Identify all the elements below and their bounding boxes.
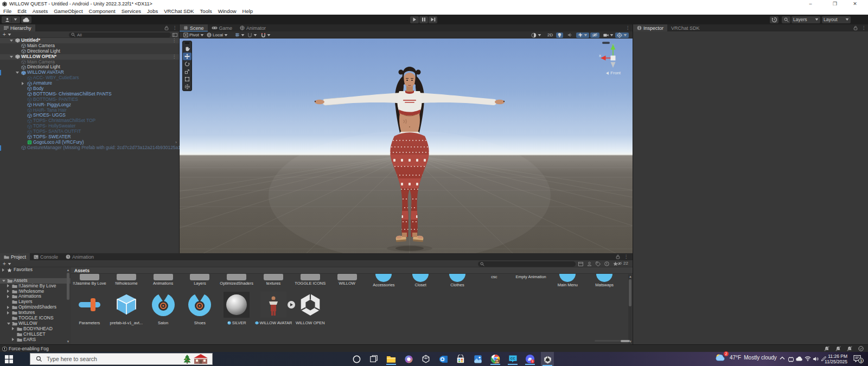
local-dropdown[interactable]: Local	[205, 33, 229, 38]
asset-item[interactable]: !!Jasmine By Love	[71, 274, 108, 288]
close-button[interactable]: ✕	[851, 1, 859, 7]
tree-arrow-icon[interactable]	[7, 306, 9, 309]
hierarchy-search-input[interactable]: All	[69, 33, 171, 38]
tree-arrow-icon[interactable]	[7, 284, 9, 287]
lighting-toggle[interactable]	[556, 33, 563, 38]
project-search-input[interactable]	[478, 261, 576, 267]
tab-project[interactable]: Project	[0, 253, 30, 260]
status-message[interactable]: Force-enabling Fog	[9, 346, 49, 351]
maximize-button[interactable]: ❐	[831, 1, 839, 7]
asset-item[interactable]: WILLOW	[329, 274, 366, 288]
tree-scrollbar[interactable]: ▲▼	[66, 268, 70, 343]
tab-animator[interactable]: Animator	[236, 24, 270, 31]
create-button[interactable]: +	[3, 31, 6, 37]
menu-edit[interactable]: Edit	[17, 8, 26, 14]
project-tree-row[interactable]: Favorites	[0, 267, 71, 273]
orientation-gizmo[interactable]: yx	[599, 41, 627, 72]
asset-item[interactable]: Accessories	[365, 274, 402, 288]
toolstrip-handle[interactable]	[183, 41, 192, 45]
asset-item[interactable]: Parameters	[71, 291, 108, 330]
tree-arrow-icon[interactable]	[12, 327, 14, 330]
app-widgets[interactable]	[419, 353, 432, 365]
pause-button[interactable]	[419, 16, 428, 23]
project-tree-row[interactable]: Animations	[0, 294, 71, 299]
project-tree-row[interactable]	[0, 273, 71, 278]
hierarchy-row[interactable]: Armature	[0, 81, 179, 86]
project-create-button[interactable]: +	[3, 261, 6, 267]
asset-item[interactable]: Salon	[145, 291, 182, 330]
weather-widget[interactable]: 2 47°F Mostly cloudy	[715, 353, 777, 362]
tab-game[interactable]: Game	[208, 24, 237, 31]
expand-arrow-icon[interactable]	[22, 82, 24, 85]
tab-hierarchy[interactable]: Hierarchy	[0, 24, 35, 31]
scene-visibility-toggle[interactable]	[590, 33, 599, 38]
hand-tool[interactable]	[183, 45, 192, 53]
audio-toggle[interactable]	[566, 33, 574, 38]
lock-icon[interactable]	[164, 25, 169, 30]
tray-speaker[interactable]	[813, 356, 819, 362]
tray-onedrive[interactable]	[796, 356, 803, 361]
expand-arrow-icon[interactable]	[10, 40, 13, 42]
tab-inspector[interactable]: Inspector	[633, 24, 667, 31]
mute-3-icon[interactable]	[847, 346, 852, 351]
filter-label-icon[interactable]	[596, 261, 601, 266]
asset-item[interactable]: Empty Animation	[513, 274, 550, 288]
tab-vrchat-sdk[interactable]: VRChat SDK	[667, 24, 704, 31]
account-button[interactable]	[2, 16, 20, 23]
tray-board[interactable]	[788, 356, 794, 363]
layers-dropdown[interactable]: Layers	[792, 16, 820, 23]
app-task-view[interactable]	[367, 353, 380, 365]
menu-vrchat-sdk[interactable]: VRChat SDK	[164, 8, 194, 14]
menu-file[interactable]: File	[3, 8, 11, 14]
tree-arrow-icon[interactable]	[7, 290, 9, 293]
mute-2-icon[interactable]	[835, 346, 841, 351]
asset-item[interactable]: Main Menu	[549, 274, 586, 288]
tab-console[interactable]: Console	[30, 253, 62, 260]
status-check-icon[interactable]	[858, 346, 864, 351]
mute-1-icon[interactable]	[824, 346, 829, 351]
effects-dropdown[interactable]	[576, 33, 589, 38]
tab-scene[interactable]: Scene	[180, 24, 208, 31]
zoom-slider[interactable]	[595, 340, 630, 342]
notification-center[interactable]: 3	[853, 354, 861, 363]
step-button[interactable]	[429, 16, 437, 23]
start-button[interactable]	[2, 353, 15, 365]
taskbar-search[interactable]: Type here to search	[30, 353, 213, 365]
rotate-tool[interactable]	[183, 60, 192, 68]
asset-item[interactable]: OptimizedShaders	[218, 274, 255, 288]
asset-item[interactable]: Animations	[145, 274, 182, 288]
hierarchy-row[interactable]: BOTTOMS- ChristmasChillSet PANTS	[0, 92, 179, 97]
filter-log-icon[interactable]	[604, 261, 609, 266]
app-unity[interactable]	[541, 352, 554, 366]
hierarchy-row[interactable]: WILLOW AVATAR	[0, 70, 179, 75]
menu-component[interactable]: Component	[89, 8, 116, 14]
taskbar-clock[interactable]: 11:26 PM 11/25/2025	[825, 354, 847, 364]
asset-item[interactable]: WILLOW AVATAR	[255, 291, 292, 330]
hierarchy-filter-icon[interactable]	[173, 33, 177, 37]
kebab-menu-icon[interactable]: ⋮	[173, 25, 177, 30]
snap-magnet-button[interactable]	[259, 33, 272, 38]
asset-item[interactable]: prefab-id-v1_avt...	[108, 291, 145, 330]
tree-arrow-icon[interactable]	[12, 338, 14, 341]
hierarchy-row[interactable]: HAIR- PiggyLongz	[0, 102, 179, 108]
app-outlook[interactable]	[437, 353, 450, 365]
hierarchy-row[interactable]: BOTTOMS- PANTIES	[0, 97, 179, 102]
hierarchy-row[interactable]: GestureManager (Missing Prefab with guid…	[0, 145, 179, 151]
rect-tool[interactable]	[183, 75, 192, 83]
asset-item[interactable]: textures	[255, 274, 292, 288]
project-kebab-icon[interactable]: ⋮	[624, 254, 628, 259]
row-kebab-icon[interactable]: ⋮	[172, 54, 176, 59]
menu-help[interactable]: Help	[242, 8, 253, 14]
search-everything-button[interactable]	[782, 16, 790, 23]
tray-wifi[interactable]	[805, 356, 811, 361]
hierarchy-row[interactable]: TOPS- SWEATER	[0, 134, 179, 140]
app-chrome[interactable]	[489, 353, 502, 365]
asset-item[interactable]: Closet	[402, 274, 439, 288]
app-store[interactable]	[454, 353, 467, 365]
app-copilot[interactable]	[402, 353, 415, 365]
menu-window[interactable]: Window	[218, 8, 237, 14]
filter-person-icon[interactable]	[587, 261, 592, 266]
expand-arrow-icon[interactable]	[10, 56, 13, 58]
hierarchy-row[interactable]: TOPS- ChristmasChillSet TOP	[0, 118, 179, 124]
asset-item[interactable]: WILLOW OPEN	[292, 291, 329, 330]
